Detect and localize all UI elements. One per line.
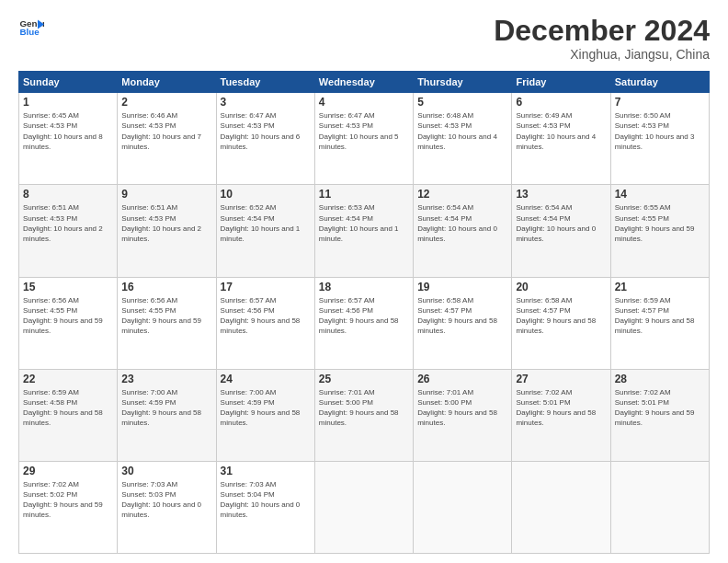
day-number: 2 <box>121 96 211 109</box>
day-number: 26 <box>417 373 507 385</box>
day-info: Sunrise: 6:56 AM Sunset: 4:55 PM Dayligh… <box>121 295 211 337</box>
calendar-header-row: Sunday Monday Tuesday Wednesday Thursday… <box>19 72 710 93</box>
day-number: 23 <box>121 373 211 385</box>
calendar-week-row: 29 Sunrise: 7:02 AM Sunset: 5:02 PM Dayl… <box>19 461 710 553</box>
table-row: 28 Sunrise: 7:02 AM Sunset: 5:01 PM Dayl… <box>610 369 709 461</box>
day-info: Sunrise: 6:58 AM Sunset: 4:57 PM Dayligh… <box>417 295 507 337</box>
day-info: Sunrise: 6:50 AM Sunset: 4:53 PM Dayligh… <box>615 110 705 152</box>
day-number: 15 <box>23 281 113 293</box>
table-row <box>610 461 709 553</box>
day-info: Sunrise: 6:51 AM Sunset: 4:53 PM Dayligh… <box>121 202 211 244</box>
table-row: 8 Sunrise: 6:51 AM Sunset: 4:53 PM Dayli… <box>19 185 118 277</box>
table-row: 29 Sunrise: 7:02 AM Sunset: 5:02 PM Dayl… <box>19 461 118 553</box>
day-number: 12 <box>417 188 507 201</box>
table-row: 13 Sunrise: 6:54 AM Sunset: 4:54 PM Dayl… <box>512 185 610 277</box>
table-row <box>414 461 512 553</box>
table-row: 14 Sunrise: 6:55 AM Sunset: 4:55 PM Dayl… <box>610 185 709 277</box>
day-info: Sunrise: 6:56 AM Sunset: 4:55 PM Dayligh… <box>23 295 113 337</box>
day-number: 19 <box>417 281 507 293</box>
table-row: 5 Sunrise: 6:48 AM Sunset: 4:53 PM Dayli… <box>414 93 512 185</box>
day-number: 3 <box>221 96 311 109</box>
table-row: 2 Sunrise: 6:46 AM Sunset: 4:53 PM Dayli… <box>118 93 216 185</box>
table-row: 11 Sunrise: 6:53 AM Sunset: 4:54 PM Dayl… <box>314 185 413 277</box>
day-info: Sunrise: 7:01 AM Sunset: 5:00 PM Dayligh… <box>417 387 507 429</box>
calendar-week-row: 8 Sunrise: 6:51 AM Sunset: 4:53 PM Dayli… <box>19 185 710 277</box>
day-info: Sunrise: 7:02 AM Sunset: 5:01 PM Dayligh… <box>516 387 606 429</box>
table-row: 7 Sunrise: 6:50 AM Sunset: 4:53 PM Dayli… <box>610 93 709 185</box>
table-row: 16 Sunrise: 6:56 AM Sunset: 4:55 PM Dayl… <box>118 277 216 369</box>
day-number: 18 <box>319 281 409 293</box>
page: General Blue December 2024 Xinghua, Jian… <box>0 0 728 563</box>
table-row: 10 Sunrise: 6:52 AM Sunset: 4:54 PM Dayl… <box>216 185 314 277</box>
day-number: 29 <box>23 465 113 477</box>
day-info: Sunrise: 6:54 AM Sunset: 4:54 PM Dayligh… <box>417 202 507 244</box>
day-info: Sunrise: 6:46 AM Sunset: 4:53 PM Dayligh… <box>121 110 211 152</box>
svg-text:Blue: Blue <box>19 27 40 37</box>
day-info: Sunrise: 7:00 AM Sunset: 4:59 PM Dayligh… <box>221 387 311 429</box>
table-row: 20 Sunrise: 6:58 AM Sunset: 4:57 PM Dayl… <box>512 277 610 369</box>
calendar-week-row: 1 Sunrise: 6:45 AM Sunset: 4:53 PM Dayli… <box>19 93 710 185</box>
day-info: Sunrise: 7:02 AM Sunset: 5:01 PM Dayligh… <box>615 387 705 429</box>
day-number: 7 <box>615 96 705 109</box>
day-info: Sunrise: 6:52 AM Sunset: 4:54 PM Dayligh… <box>221 202 311 244</box>
table-row: 21 Sunrise: 6:59 AM Sunset: 4:57 PM Dayl… <box>610 277 709 369</box>
table-row: 31 Sunrise: 7:03 AM Sunset: 5:04 PM Dayl… <box>216 461 314 553</box>
table-row: 12 Sunrise: 6:54 AM Sunset: 4:54 PM Dayl… <box>414 185 512 277</box>
table-row: 24 Sunrise: 7:00 AM Sunset: 4:59 PM Dayl… <box>216 369 314 461</box>
day-number: 14 <box>615 188 705 201</box>
day-info: Sunrise: 6:49 AM Sunset: 4:53 PM Dayligh… <box>516 110 606 152</box>
day-number: 5 <box>417 96 507 109</box>
day-info: Sunrise: 6:59 AM Sunset: 4:58 PM Dayligh… <box>23 387 113 429</box>
table-row: 1 Sunrise: 6:45 AM Sunset: 4:53 PM Dayli… <box>19 93 118 185</box>
col-friday: Friday <box>512 72 610 93</box>
location: Xinghua, Jiangsu, China <box>494 47 710 62</box>
table-row: 30 Sunrise: 7:03 AM Sunset: 5:03 PM Dayl… <box>118 461 216 553</box>
day-number: 8 <box>23 188 113 201</box>
day-number: 25 <box>319 373 409 385</box>
day-info: Sunrise: 6:57 AM Sunset: 4:56 PM Dayligh… <box>221 295 311 337</box>
table-row: 25 Sunrise: 7:01 AM Sunset: 5:00 PM Dayl… <box>314 369 413 461</box>
calendar-week-row: 22 Sunrise: 6:59 AM Sunset: 4:58 PM Dayl… <box>19 369 710 461</box>
day-number: 11 <box>319 188 409 201</box>
day-info: Sunrise: 6:58 AM Sunset: 4:57 PM Dayligh… <box>516 295 606 337</box>
day-number: 13 <box>516 188 606 201</box>
table-row: 4 Sunrise: 6:47 AM Sunset: 4:53 PM Dayli… <box>314 93 413 185</box>
day-number: 10 <box>221 188 311 201</box>
col-tuesday: Tuesday <box>216 72 314 93</box>
table-row: 15 Sunrise: 6:56 AM Sunset: 4:55 PM Dayl… <box>19 277 118 369</box>
day-number: 31 <box>221 465 311 477</box>
day-info: Sunrise: 6:48 AM Sunset: 4:53 PM Dayligh… <box>417 110 507 152</box>
table-row: 18 Sunrise: 6:57 AM Sunset: 4:56 PM Dayl… <box>314 277 413 369</box>
day-number: 20 <box>516 281 606 293</box>
day-number: 30 <box>121 465 211 477</box>
table-row <box>314 461 413 553</box>
day-number: 1 <box>23 96 113 109</box>
day-info: Sunrise: 6:57 AM Sunset: 4:56 PM Dayligh… <box>319 295 409 337</box>
table-row: 23 Sunrise: 7:00 AM Sunset: 4:59 PM Dayl… <box>118 369 216 461</box>
day-info: Sunrise: 6:47 AM Sunset: 4:53 PM Dayligh… <box>319 110 409 152</box>
day-info: Sunrise: 7:03 AM Sunset: 5:04 PM Dayligh… <box>221 479 311 521</box>
day-number: 17 <box>221 281 311 293</box>
month-title: December 2024 <box>494 15 710 47</box>
day-info: Sunrise: 6:47 AM Sunset: 4:53 PM Dayligh… <box>221 110 311 152</box>
table-row: 27 Sunrise: 7:02 AM Sunset: 5:01 PM Dayl… <box>512 369 610 461</box>
day-info: Sunrise: 6:53 AM Sunset: 4:54 PM Dayligh… <box>319 202 409 244</box>
day-info: Sunrise: 6:59 AM Sunset: 4:57 PM Dayligh… <box>615 295 705 337</box>
day-info: Sunrise: 6:55 AM Sunset: 4:55 PM Dayligh… <box>615 202 705 244</box>
day-number: 28 <box>615 373 705 385</box>
calendar-week-row: 15 Sunrise: 6:56 AM Sunset: 4:55 PM Dayl… <box>19 277 710 369</box>
day-number: 27 <box>516 373 606 385</box>
col-wednesday: Wednesday <box>314 72 413 93</box>
day-info: Sunrise: 6:45 AM Sunset: 4:53 PM Dayligh… <box>23 110 113 152</box>
day-number: 24 <box>221 373 311 385</box>
day-info: Sunrise: 7:00 AM Sunset: 4:59 PM Dayligh… <box>121 387 211 429</box>
logo-icon: General Blue <box>18 15 44 40</box>
table-row: 17 Sunrise: 6:57 AM Sunset: 4:56 PM Dayl… <box>216 277 314 369</box>
table-row: 3 Sunrise: 6:47 AM Sunset: 4:53 PM Dayli… <box>216 93 314 185</box>
day-number: 21 <box>615 281 705 293</box>
calendar-table: Sunday Monday Tuesday Wednesday Thursday… <box>18 71 710 554</box>
col-sunday: Sunday <box>19 72 118 93</box>
day-number: 9 <box>121 188 211 201</box>
day-info: Sunrise: 6:54 AM Sunset: 4:54 PM Dayligh… <box>516 202 606 244</box>
logo: General Blue <box>18 15 44 40</box>
